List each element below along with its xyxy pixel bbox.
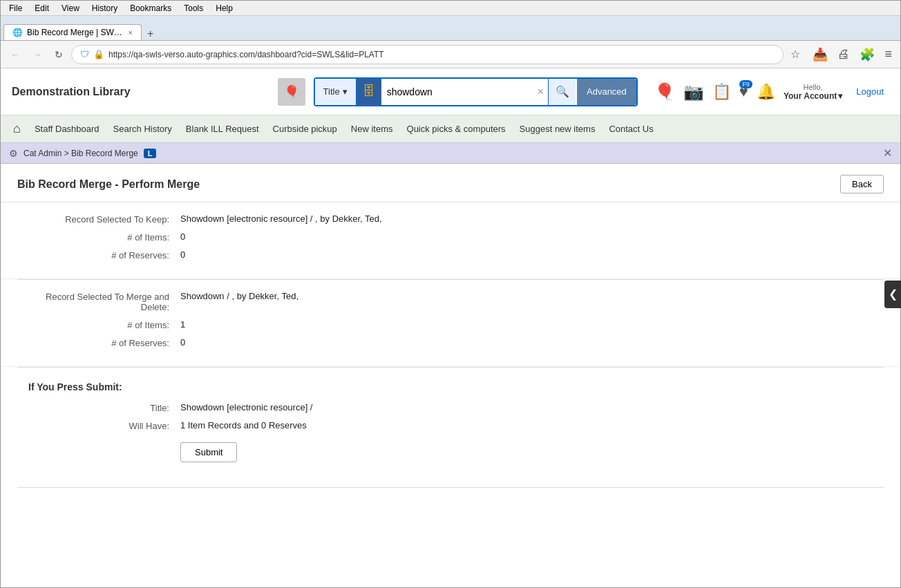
back-button[interactable]: ← [6,46,24,63]
camera-icon[interactable]: 📷 [683,82,704,102]
menu-bar: File Edit View History Bookmarks Tools H… [1,1,900,16]
nav-suggest-items[interactable]: Suggest new items [513,121,603,137]
reload-button[interactable]: ↻ [50,46,67,63]
nav-staff-dashboard[interactable]: Staff Dashboard [28,121,106,137]
account-chevron-icon: ▾ [838,91,842,101]
list-icon[interactable]: 📋 [712,83,731,101]
record-keep-value: Showdown [electronic resource] / , by De… [180,214,382,224]
submit-section: If You Press Submit: Title: Showdown [el… [1,368,900,476]
reserves-value-2: 0 [180,337,185,348]
search-type-label: Title [323,86,340,97]
record-keep-row: Record Selected To Keep: Showdown [elect… [28,214,873,225]
url-bar[interactable]: 🛡 🔒 https://qa-swls-verso.auto-graphics.… [71,45,784,64]
record-keep-section: Record Selected To Keep: Showdown [elect… [1,202,900,279]
reserves-value-1: 0 [180,249,185,260]
library-name: Demonstration Library [12,86,131,98]
menu-history[interactable]: History [86,2,123,15]
record-merge-value: Showdown / , by Dekker, Ted, [180,291,298,301]
menu-bookmarks[interactable]: Bookmarks [124,2,177,15]
items-value-1: 0 [180,231,185,242]
nav-bar: ⌂ Staff Dashboard Search History Blank I… [1,115,900,143]
search-clear-button[interactable]: × [533,86,548,98]
home-nav-button[interactable]: ⌂ [6,119,28,139]
items-label-2: # of Items: [28,319,180,330]
hot-air-balloon-icon[interactable]: 🎈 [654,82,675,102]
bell-icon[interactable]: 🔔 [757,83,775,101]
hello-text: Hello, [804,83,823,91]
search-type-chevron-icon: ▾ [343,86,348,97]
app-logo: 🎈 [278,78,305,106]
lock-icon: 🔒 [93,49,104,59]
merge-header: Bib Record Merge - Perform Merge Back [1,164,900,202]
address-bar: ← → ↻ 🛡 🔒 https://qa-swls-verso.auto-gra… [1,41,900,68]
record-merge-row: Record Selected To Merge and Delete: Sho… [28,291,873,312]
nav-contact-us[interactable]: Contact Us [602,121,660,137]
search-submit-button[interactable]: 🔍 [548,79,576,105]
heart-icon[interactable]: ♥ F9 [739,83,748,101]
tab-close-button[interactable]: × [129,28,133,37]
items-row-2: # of Items: 1 [28,319,873,330]
title-value: Showdown [electronic resource] / [180,402,312,412]
breadcrumb-badge: L [144,149,157,158]
search-container: Title ▾ 🗄 × 🔍 Advanced [314,77,638,106]
main-content: Bib Record Merge - Perform Merge Back Re… [1,164,900,587]
reserves-label-2: # of Reserves: [28,337,180,348]
nav-search-history[interactable]: Search History [106,121,179,137]
nav-curbside[interactable]: Curbside pickup [266,121,344,137]
record-merge-label: Record Selected To Merge and Delete: [28,291,180,312]
items-value-2: 1 [180,319,185,330]
nav-new-items[interactable]: New items [344,121,400,137]
heart-badge: F9 [739,80,752,88]
print-button[interactable]: 🖨 [835,44,853,64]
items-label-1: # of Items: [28,231,180,243]
menu-edit[interactable]: Edit [29,2,55,15]
logout-button[interactable]: Logout [851,86,889,97]
forward-button[interactable]: → [28,46,46,63]
reserves-row-1: # of Reserves: 0 [28,249,873,260]
reserves-row-2: # of Reserves: 0 [28,337,873,348]
section-divider-3 [17,487,884,488]
extensions-button[interactable]: 🧩 [857,44,878,65]
title-label: Title: [28,402,180,413]
database-icon: 🗄 [363,84,375,99]
url-display: https://qa-swls-verso.auto-graphics.com/… [108,50,384,59]
will-have-value: 1 Item Records and 0 Reserves [180,420,307,430]
breadcrumb: Cat Admin > Bib Record Merge [23,149,138,158]
settings-icon: ⚙ [9,148,18,159]
advanced-search-button[interactable]: Advanced [577,79,636,105]
tab-favicon: 🌐 [12,28,23,37]
active-tab[interactable]: 🌐 Bib Record Merge | SWLS | platt × [3,24,142,40]
menu-view[interactable]: View [56,2,85,15]
menu-tools[interactable]: Tools [178,2,209,15]
search-database-button[interactable]: 🗄 [357,79,381,105]
record-merge-section: Record Selected To Merge and Delete: Sho… [1,280,900,367]
menu-button[interactable]: ≡ [882,44,895,64]
bookmark-button[interactable]: ☆ [788,45,803,64]
header-icons: 🎈 📷 📋 ♥ F9 🔔 [654,82,775,102]
submit-button[interactable]: Submit [180,442,237,462]
title-row: Title: Showdown [electronic resource] / [28,402,873,413]
back-button[interactable]: Back [840,175,884,193]
submit-section-header: If You Press Submit: [28,381,873,392]
search-input[interactable] [381,79,533,105]
new-tab-button[interactable]: + [142,28,159,40]
shield-security-icon: 🛡 [80,49,89,59]
breadcrumb-close-button[interactable]: ✕ [883,146,892,160]
magnifier-icon: 🔍 [556,85,569,98]
menu-help[interactable]: Help [210,2,238,15]
page-title: Bib Record Merge - Perform Merge [17,178,200,191]
account-name: Your Account ▾ [784,91,842,101]
search-type-dropdown[interactable]: Title ▾ [315,79,357,105]
sidebar-toggle-button[interactable]: ❮ [884,281,901,308]
breadcrumb-bar: ⚙ Cat Admin > Bib Record Merge L ✕ [1,143,900,164]
app-header: Demonstration Library 🎈 Title ▾ 🗄 × 🔍 Ad… [1,68,900,115]
nav-quick-picks[interactable]: Quick picks & computers [400,121,513,137]
nav-blank-ill[interactable]: Blank ILL Request [179,121,266,137]
menu-file[interactable]: File [3,2,28,15]
account-area[interactable]: Hello, Your Account ▾ [784,83,842,101]
record-keep-label: Record Selected To Keep: [28,214,180,225]
reserves-label-1: # of Reserves: [28,249,180,260]
pocket-button[interactable]: 📥 [810,44,831,65]
tab-title: Bib Record Merge | SWLS | platt [27,28,124,37]
items-row-1: # of Items: 0 [28,231,873,243]
